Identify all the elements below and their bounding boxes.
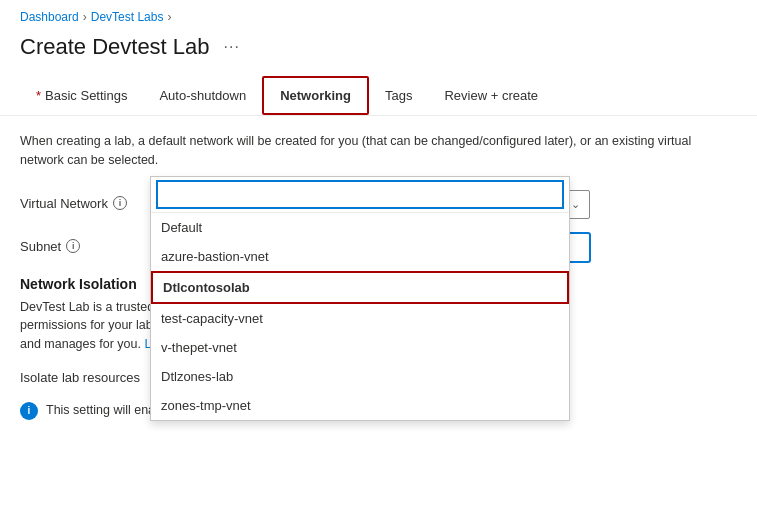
breadcrumb-chevron-1: ›	[83, 10, 87, 24]
networking-description: When creating a lab, a default network w…	[20, 132, 700, 170]
dropdown-item-dtlcontosolab[interactable]: Dtlcontosolab	[151, 271, 569, 304]
tab-required-star: *	[36, 88, 41, 103]
dropdown-overlay: Default azure-bastion-vnet Dtlcontosolab…	[150, 176, 570, 421]
isolate-label: Isolate lab resources	[20, 364, 150, 385]
dropdown-search-input[interactable]	[157, 181, 563, 208]
page-title-row: Create Devtest Lab ···	[0, 30, 757, 76]
dropdown-item-azure-bastion[interactable]: azure-bastion-vnet	[151, 242, 569, 271]
dropdown-item-dtlzones[interactable]: Dtlzones-lab	[151, 362, 569, 391]
dropdown-item-zones-tmp[interactable]: zones-tmp-vnet	[151, 391, 569, 420]
tab-tags[interactable]: Tags	[369, 78, 428, 113]
subnet-info-icon[interactable]: i	[66, 239, 80, 253]
breadcrumb-chevron-2: ›	[167, 10, 171, 24]
tab-networking[interactable]: Networking	[262, 76, 369, 115]
dropdown-item-test-capacity[interactable]: test-capacity-vnet	[151, 304, 569, 333]
tabs-row: *Basic Settings Auto-shutdown Networking…	[0, 76, 757, 116]
more-options-button[interactable]: ···	[220, 36, 244, 58]
dropdown-item-default[interactable]: Default	[151, 213, 569, 242]
info-box-icon: i	[20, 402, 38, 420]
tab-autoshutdown[interactable]: Auto-shutdown	[143, 78, 262, 113]
dropdown-item-v-thepet[interactable]: v-thepet-vnet	[151, 333, 569, 362]
breadcrumb-devtest[interactable]: DevTest Labs	[91, 10, 164, 24]
tab-review[interactable]: Review + create	[428, 78, 554, 113]
tab-basic[interactable]: *Basic Settings	[20, 78, 143, 113]
breadcrumb-dashboard[interactable]: Dashboard	[20, 10, 79, 24]
virtual-network-info-icon[interactable]: i	[113, 196, 127, 210]
dropdown-search-wrapper	[151, 177, 569, 213]
page-title: Create Devtest Lab	[20, 34, 210, 60]
tab-content: When creating a lab, a default network w…	[0, 116, 757, 436]
subnet-label: Subnet i	[20, 233, 150, 254]
breadcrumb: Dashboard › DevTest Labs ›	[0, 0, 757, 30]
virtual-network-label: Virtual Network i	[20, 190, 150, 211]
